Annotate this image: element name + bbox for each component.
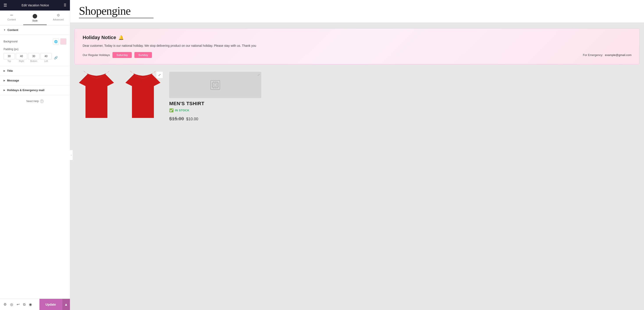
old-price: $15.00 [169, 116, 184, 122]
product-name: MEN'S TSHIRT [169, 101, 640, 106]
need-help[interactable]: Need Help ? [0, 95, 70, 107]
notice-title-row: Holiday Notice 🔔 [83, 35, 632, 40]
preview-icon[interactable]: ◉ [29, 302, 32, 306]
need-help-label: Need Help [26, 100, 39, 103]
holidays-section-header[interactable]: ▶ Holidays & Emergency mail [0, 85, 70, 95]
tshirt-front-svg [74, 70, 118, 122]
style-tab-label: Style [32, 19, 38, 22]
padding-link-icon[interactable]: 🔗 [54, 56, 58, 60]
advanced-tab-icon: ⚙ [57, 13, 60, 17]
content-section-body: Background 🌐 Padding (px) Top Right [0, 35, 70, 66]
holidays-section-label: Holidays & Emergency mail [7, 88, 44, 92]
padding-bottom-label: Bottom [30, 60, 37, 62]
padding-left-input[interactable] [40, 53, 52, 60]
product-images: ⤢ [74, 70, 165, 122]
collapse-handle[interactable]: ‹ [70, 150, 73, 160]
title-section-header[interactable]: ▶ Title [0, 66, 70, 76]
background-label: Background [4, 40, 18, 43]
notice-footer: Our Regular Holidays Saturday Sunday For… [83, 52, 632, 58]
responsive-icon[interactable]: ⧉ [23, 302, 26, 306]
logo-underline [79, 18, 154, 18]
notice-title: Holiday Notice [83, 35, 116, 40]
advanced-tab-label: Advanced [53, 18, 64, 21]
stock-text: IN STOCK [175, 109, 190, 112]
panel-footer: ⚙ ◎ ↩ ⧉ ◉ Update ▲ [0, 298, 70, 310]
padding-top-input[interactable] [4, 53, 15, 60]
tab-content[interactable]: ✏ Content [0, 11, 23, 25]
padding-inputs: Top Right Bottom Left 🔗 [4, 53, 66, 62]
product-placeholder-image: ⤢ [169, 72, 261, 98]
stock-row: ✅ IN STOCK [169, 108, 640, 112]
emergency-email: example@gmail.com [605, 53, 632, 57]
content-arrow-down: ▼ [4, 29, 6, 31]
content-tab-icon: ✏ [10, 13, 13, 17]
product-expand-button[interactable]: ⤢ [156, 71, 163, 78]
style-tab-icon: ⬤ [32, 13, 37, 19]
padding-label: Padding (px) [4, 48, 66, 51]
update-button[interactable]: Update [40, 299, 62, 310]
stock-icon: ✅ [169, 108, 174, 112]
svg-rect-0 [212, 82, 218, 88]
background-global-icon[interactable]: 🌐 [53, 38, 59, 45]
tshirt-back: ⤢ [121, 70, 165, 122]
background-controls: 🌐 [53, 38, 66, 45]
footer-icons: ⚙ ◎ ↩ ⧉ ◉ [0, 302, 36, 306]
menu-icon[interactable]: ☰ [4, 3, 7, 8]
tabs-row: ✏ Content ⬤ Style ⚙ Advanced [0, 11, 70, 25]
settings-icon[interactable]: ⚙ [4, 302, 6, 306]
background-field-row: Background 🌐 [4, 38, 66, 45]
logo-bar: Shopengine [70, 0, 644, 23]
padding-right-input[interactable] [16, 53, 27, 60]
content-tab-label: Content [8, 18, 16, 21]
padding-bottom-field: Bottom [28, 53, 40, 62]
emergency-label: For Emergency: [583, 53, 603, 57]
padding-right-label: Right [19, 60, 24, 62]
padding-top-field: Top [4, 53, 15, 62]
new-price: $10.00 [186, 117, 198, 121]
padding-top-label: Top [8, 60, 11, 62]
title-section-label: Title [7, 69, 13, 72]
padding-bottom-input[interactable] [28, 53, 40, 60]
title-arrow-right: ▶ [4, 70, 5, 72]
holidays-label: Our Regular Holidays [83, 53, 110, 57]
placeholder-expand-icon: ⤢ [257, 73, 260, 77]
tab-advanced[interactable]: ⚙ Advanced [47, 11, 70, 25]
tshirt-front [74, 70, 118, 122]
sunday-badge: Sunday [134, 52, 152, 58]
content-section-label: Content [8, 28, 18, 32]
notice-message: Dear customer, Today is our national hol… [83, 44, 632, 48]
holidays-row: Our Regular Holidays Saturday Sunday [83, 52, 152, 58]
panel-title: Edit Vacation Notice [22, 4, 49, 7]
message-section-header[interactable]: ▶ Message [0, 76, 70, 85]
emergency-row: For Emergency: example@gmail.com [583, 53, 632, 57]
saturday-badge: Saturday [112, 52, 132, 58]
bell-icon: 🔔 [118, 35, 124, 40]
placeholder-icon [210, 80, 220, 90]
layers-icon[interactable]: ◎ [10, 302, 13, 306]
padding-left-field: Left [40, 53, 52, 62]
main-area: Shopengine Holiday Notice 🔔 Dear custome… [70, 0, 644, 310]
panel-header: ☰ Edit Vacation Notice ⠿ [0, 0, 70, 11]
message-arrow-right: ▶ [4, 79, 5, 82]
panel-body: ▼ Content Background 🌐 Padding (px) Top [0, 25, 70, 298]
content-area: Holiday Notice 🔔 Dear customer, Today is… [70, 23, 644, 127]
padding-section: Padding (px) Top Right Bottom [4, 48, 66, 62]
history-icon[interactable]: ↩ [17, 302, 20, 306]
products-area: ⤢ ⤢ [74, 70, 640, 122]
holiday-notice: Holiday Notice 🔔 Dear customer, Today is… [74, 28, 640, 64]
padding-left-label: Left [44, 60, 48, 62]
holidays-arrow-right: ▶ [4, 89, 5, 91]
message-section-label: Message [7, 79, 19, 82]
svg-rect-1 [214, 84, 216, 86]
left-panel: ☰ Edit Vacation Notice ⠿ ✏ Content ⬤ Sty… [0, 0, 70, 310]
help-circle-icon: ? [40, 99, 44, 103]
product-info: ⤢ [169, 70, 640, 122]
update-caret-button[interactable]: ▲ [62, 299, 70, 310]
logo-text: Shopengine [79, 5, 635, 17]
price-row: $15.00 $10.00 [169, 116, 640, 122]
tab-style[interactable]: ⬤ Style [23, 11, 46, 25]
content-section-header[interactable]: ▼ Content [0, 25, 70, 35]
background-color-swatch[interactable] [60, 38, 66, 45]
padding-right-field: Right [16, 53, 27, 62]
grid-icon[interactable]: ⠿ [64, 3, 66, 8]
